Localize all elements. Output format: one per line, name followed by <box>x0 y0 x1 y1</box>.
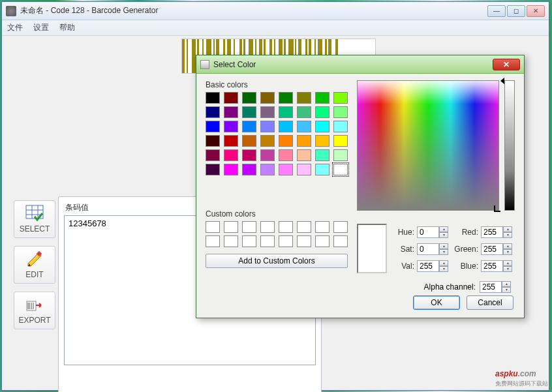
custom-swatch[interactable] <box>206 235 220 247</box>
basic-swatch[interactable] <box>260 121 275 132</box>
basic-swatch[interactable] <box>315 106 330 118</box>
basic-swatch[interactable] <box>333 106 348 118</box>
basic-swatch[interactable] <box>279 92 293 104</box>
basic-swatch[interactable] <box>206 135 220 147</box>
basic-swatch[interactable] <box>206 164 220 175</box>
blue-input[interactable] <box>481 260 503 272</box>
basic-swatch[interactable] <box>297 106 311 118</box>
basic-swatch[interactable] <box>224 164 238 175</box>
spin-down-icon[interactable]: ▾ <box>503 232 512 238</box>
basic-swatch[interactable] <box>242 92 256 104</box>
custom-swatch[interactable] <box>242 221 256 233</box>
basic-swatch[interactable] <box>315 92 330 104</box>
menu-settings[interactable]: 设置 <box>33 22 49 33</box>
basic-swatch[interactable] <box>242 135 256 147</box>
spin-down-icon[interactable]: ▾ <box>439 232 448 238</box>
basic-swatch[interactable] <box>242 149 256 161</box>
cancel-button[interactable]: Cancel <box>467 295 514 310</box>
custom-swatch[interactable] <box>260 235 275 247</box>
basic-swatch[interactable] <box>224 92 238 104</box>
minimize-button[interactable]: — <box>487 5 506 17</box>
spin-up-icon[interactable]: ▴ <box>503 260 512 266</box>
basic-swatch[interactable] <box>260 135 275 147</box>
basic-swatch[interactable] <box>297 135 311 147</box>
spin-up-icon[interactable]: ▴ <box>439 226 448 232</box>
menu-help[interactable]: 帮助 <box>59 22 75 33</box>
basic-swatch[interactable] <box>279 106 293 118</box>
dialog-close-button[interactable]: ✕ <box>493 59 520 70</box>
custom-swatch[interactable] <box>333 221 348 233</box>
basic-swatch[interactable] <box>279 164 293 175</box>
basic-swatch[interactable] <box>315 164 330 175</box>
spin-up-icon[interactable]: ▴ <box>439 243 448 249</box>
spin-down-icon[interactable]: ▾ <box>503 266 512 272</box>
hue-input[interactable] <box>417 226 439 238</box>
val-input[interactable] <box>417 260 439 272</box>
basic-swatch[interactable] <box>333 92 348 104</box>
value-slider[interactable] <box>504 80 515 211</box>
select-tool-button[interactable]: SELECT <box>14 200 55 238</box>
basic-swatch[interactable] <box>242 121 256 132</box>
basic-swatch[interactable] <box>260 149 275 161</box>
spin-up-icon[interactable]: ▴ <box>502 281 511 287</box>
custom-swatch[interactable] <box>333 235 348 247</box>
custom-swatch[interactable] <box>260 221 275 233</box>
basic-swatch[interactable] <box>206 121 220 132</box>
basic-swatch[interactable] <box>297 121 311 132</box>
spin-down-icon[interactable]: ▾ <box>439 249 448 255</box>
maximize-button[interactable]: ◻ <box>507 5 525 17</box>
add-custom-colors-button[interactable]: Add to Custom Colors <box>206 254 348 268</box>
spin-up-icon[interactable]: ▴ <box>503 243 512 249</box>
red-input[interactable] <box>481 226 503 238</box>
alpha-input[interactable] <box>480 281 502 293</box>
custom-swatch[interactable] <box>279 221 293 233</box>
custom-swatch[interactable] <box>224 221 238 233</box>
basic-swatch[interactable] <box>206 106 220 118</box>
menu-file[interactable]: 文件 <box>7 22 23 33</box>
custom-swatch[interactable] <box>315 221 330 233</box>
basic-swatch[interactable] <box>260 164 275 175</box>
basic-swatch[interactable] <box>260 106 275 118</box>
spin-up-icon[interactable]: ▴ <box>503 226 512 232</box>
spin-down-icon[interactable]: ▾ <box>439 266 448 272</box>
basic-swatch[interactable] <box>315 149 330 161</box>
custom-swatch[interactable] <box>279 235 293 247</box>
ok-button[interactable]: OK <box>413 295 460 310</box>
spin-up-icon[interactable]: ▴ <box>439 260 448 266</box>
custom-swatch[interactable] <box>297 235 311 247</box>
spin-down-icon[interactable]: ▾ <box>503 249 512 255</box>
close-button[interactable]: ✕ <box>527 5 545 17</box>
sat-input[interactable] <box>417 243 439 255</box>
custom-swatch[interactable] <box>206 221 220 233</box>
basic-swatch[interactable] <box>333 135 348 147</box>
basic-swatch[interactable] <box>297 164 311 175</box>
green-input[interactable] <box>481 243 503 255</box>
basic-swatch[interactable] <box>224 149 238 161</box>
basic-swatch[interactable] <box>224 106 238 118</box>
custom-swatch[interactable] <box>315 235 330 247</box>
basic-swatch[interactable] <box>242 164 256 175</box>
basic-swatch[interactable] <box>297 149 311 161</box>
basic-swatch[interactable] <box>297 92 311 104</box>
basic-swatch[interactable] <box>260 92 275 104</box>
basic-swatch[interactable] <box>224 135 238 147</box>
export-tool-button[interactable]: EXPORT <box>14 292 55 329</box>
basic-swatch[interactable] <box>242 106 256 118</box>
basic-swatch[interactable] <box>206 149 220 161</box>
basic-swatch[interactable] <box>206 92 220 104</box>
custom-swatch[interactable] <box>297 221 311 233</box>
basic-swatch[interactable] <box>333 164 348 175</box>
basic-swatch[interactable] <box>315 135 330 147</box>
basic-swatch[interactable] <box>315 121 330 132</box>
basic-swatch[interactable] <box>279 135 293 147</box>
custom-swatch[interactable] <box>224 235 238 247</box>
edit-tool-button[interactable]: EDIT <box>14 246 55 284</box>
custom-swatch[interactable] <box>242 235 256 247</box>
basic-swatch[interactable] <box>333 149 348 161</box>
basic-swatch[interactable] <box>279 121 293 132</box>
basic-swatch[interactable] <box>279 149 293 161</box>
basic-swatch[interactable] <box>333 121 348 132</box>
spin-down-icon[interactable]: ▾ <box>502 287 511 293</box>
basic-swatch[interactable] <box>224 121 238 132</box>
color-gradient-picker[interactable] <box>357 80 499 211</box>
